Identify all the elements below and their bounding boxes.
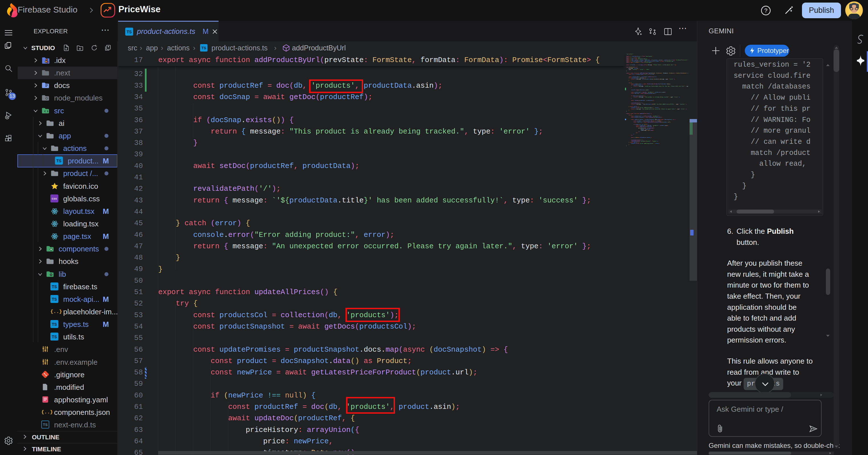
svg-text:?: ?	[764, 7, 767, 14]
